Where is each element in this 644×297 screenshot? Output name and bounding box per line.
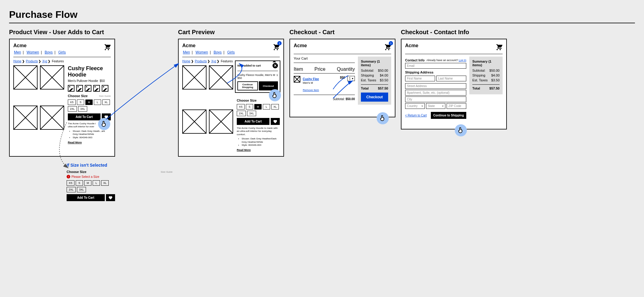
crumb-features: Features [52,60,64,63]
favorite-button[interactable] [271,118,280,125]
size-s[interactable]: S [76,180,83,186]
nav-girls[interactable]: Girls [58,50,66,54]
logo: Acme [405,43,418,48]
read-more-link[interactable]: Read More [68,141,111,144]
crumb-products[interactable]: Products [195,60,206,63]
cart-icon[interactable]: 1 [383,43,391,51]
size-m[interactable]: M [254,104,262,109]
gallery-icon[interactable] [85,85,91,92]
nav-women[interactable]: Women [27,50,39,54]
chevron-down-icon: ▾ [442,104,444,108]
nav-boys[interactable]: Boys [213,50,222,54]
crumb-xyz[interactable]: Xyz [211,60,216,63]
error-message: ! Please Select a Size [67,175,173,178]
first-name-field[interactable]: First Name [405,76,435,81]
size-m[interactable]: M [85,100,93,105]
crumb-home[interactable]: Home [182,60,190,63]
return-to-cart-link[interactable]: < Return to Cart [405,114,427,117]
cursor-indicator-icon [455,124,467,136]
gallery-icon[interactable] [102,85,108,92]
size-l[interactable]: L [93,180,100,186]
size-l[interactable]: L [94,100,101,105]
logo: Acme [182,43,235,48]
order-summary: Summary (1 items) Subtotal:$50.00 Shippi… [469,57,503,94]
size-2xl[interactable]: 2XL [67,187,76,192]
country-select[interactable]: Country▾ [405,103,425,109]
add-to-cart-button[interactable]: Add To Cart [68,113,101,120]
product-image[interactable] [209,65,233,90]
error-state: If Size isn't Selected Choose SizeSize G… [67,163,173,201]
size-2xl[interactable]: 2XL [68,106,77,112]
apt-field[interactable]: Apartment, Suite, etc. (optional) [405,90,466,96]
quantity-stepper[interactable]: 1▾ [347,76,355,81]
size-2xl[interactable]: 2XL [237,111,246,116]
size-3xl[interactable]: 3XL [77,187,86,192]
size-l[interactable]: L [263,104,270,109]
product-image[interactable] [182,109,206,134]
nav-men[interactable]: Men [14,50,21,54]
city-field[interactable]: City [405,96,466,102]
nav-women[interactable]: Women [196,50,208,54]
cart-badge: 1 [389,41,393,45]
size-s[interactable]: S [77,100,84,105]
product-image[interactable] [13,65,38,90]
popup-title: Item added to cart [237,64,261,67]
alert-icon: ! [67,175,70,178]
cart-item-link[interactable]: Cushy Flee [303,77,319,81]
read-more-link[interactable]: Read More [237,148,280,152]
size-3xl[interactable]: 3XL [247,111,256,116]
street-field[interactable]: Street Address [405,83,466,89]
order-summary: Summary (1 items) Subtotal:$50.00 Shippi… [358,57,391,105]
continue-shopping-button[interactable]: Continue Shopping [237,81,258,90]
size-m[interactable]: M [84,180,91,186]
login-link[interactable]: Log In [459,59,466,62]
add-to-cart-button[interactable]: Add To Cart [237,118,269,125]
email-field[interactable]: Email [405,63,466,69]
favorite-button[interactable] [106,194,115,201]
continue-to-shipping-button[interactable]: Continue to Shipping [431,112,466,119]
gallery-icon[interactable] [93,85,100,92]
product-image[interactable] [13,106,38,130]
crumb-home[interactable]: Home [13,60,21,63]
size-xl[interactable]: XL [101,180,109,186]
zip-field[interactable]: ZIP Code [447,103,466,109]
crumb-xyz[interactable]: Xyz [42,60,48,63]
nav-men[interactable]: Men [183,50,190,54]
your-cart-label: Your Cart [294,57,355,60]
product-image[interactable] [40,106,64,130]
size-xs[interactable]: XS [68,100,76,105]
crumb-products[interactable]: Products [26,60,38,63]
gallery-icon[interactable] [76,85,83,92]
cart-icon[interactable] [103,43,111,51]
remove-item-link[interactable]: Remove Item [303,89,319,92]
size-guide-link[interactable]: Size Guide [99,95,111,97]
checkout-button[interactable]: Checkout [361,93,388,102]
product-image[interactable] [209,109,233,134]
product-image[interactable] [40,65,64,90]
panel-checkout-cart: Acme 1 Your Cart Item Price Quantity [289,39,395,117]
product-image[interactable] [182,65,206,90]
size-xl[interactable]: XL [102,100,110,105]
panel3-title: Checkout - Cart [289,29,395,36]
size-3xl[interactable]: 3XL [78,106,87,112]
nav-girls[interactable]: Girls [227,50,235,54]
gallery-icon[interactable] [68,85,74,92]
cart-item-image [294,76,300,83]
cursor-indicator-icon [269,89,281,101]
chevron-down-icon: ▾ [421,104,423,108]
error-title: If Size isn't Selected [67,163,173,168]
close-icon[interactable]: ✕ [272,63,278,68]
size-xl[interactable]: XL [271,104,279,109]
panel4-title: Checkout - Contact Info [401,29,507,36]
size-s[interactable]: S [246,104,253,109]
nav-boys[interactable]: Boys [45,50,53,54]
add-to-cart-button[interactable]: Add To Cart [67,194,105,201]
cart-icon[interactable] [495,43,503,51]
size-xs[interactable]: XS [67,180,74,186]
size-xs[interactable]: XS [237,104,245,109]
last-name-field[interactable]: Last Name [436,76,466,81]
cart-icon[interactable]: 1 [272,43,280,51]
state-select[interactable]: State▾ [426,103,446,109]
cart-added-popup: Item added to cart ✕ Cushy Fleece Hoodie… [235,60,280,93]
breadcrumb: Home❯ Products❯ Xyz❯ Features [13,60,111,63]
